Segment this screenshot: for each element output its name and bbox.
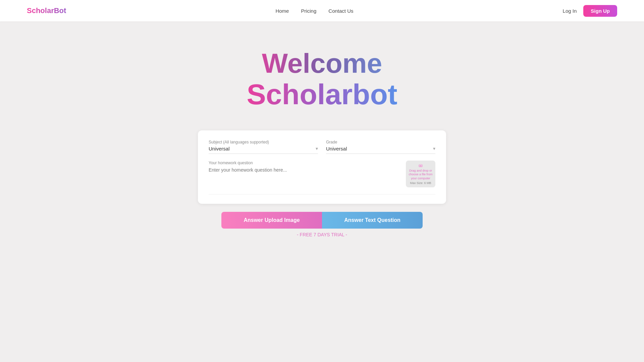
grade-select[interactable]: Universal ▾	[326, 146, 435, 154]
signup-button[interactable]: Sign Up	[583, 5, 617, 17]
subject-grade-row: Subject (All languages supported) Univer…	[209, 140, 435, 154]
navbar-right: Log In Sign Up	[563, 5, 617, 17]
hero-section: Welcome Scholarbot	[247, 48, 397, 110]
upload-icon	[415, 163, 426, 168]
subject-field: Subject (All languages supported) Univer…	[209, 140, 318, 154]
answer-text-button[interactable]: Answer Text Question	[322, 212, 423, 229]
form-card: Subject (All languages supported) Univer…	[198, 130, 446, 204]
trial-label: - FREE 7 DAYS TRIAL -	[297, 232, 347, 237]
subject-select[interactable]: Universal ▾	[209, 146, 318, 154]
nav-contact[interactable]: Contact Us	[328, 8, 353, 14]
subject-value: Universal	[209, 146, 230, 152]
buttons-area: Answer Upload Image Answer Text Question…	[221, 212, 423, 237]
upload-text: Drag and drop or choose a file from your…	[409, 169, 433, 181]
brand-logo[interactable]: ScholarBot	[27, 6, 66, 15]
answer-upload-button[interactable]: Answer Upload Image	[221, 212, 322, 229]
upload-box[interactable]: Drag and drop or choose a file from your…	[406, 161, 435, 187]
nav-links: Home Pricing Contact Us	[275, 8, 353, 14]
login-link[interactable]: Log In	[563, 8, 577, 14]
question-textarea[interactable]	[209, 167, 400, 187]
upload-max-size: Max Size: 6 MB	[410, 181, 431, 185]
main-content: Welcome Scholarbot Subject (All language…	[0, 21, 644, 237]
nav-pricing[interactable]: Pricing	[301, 8, 316, 14]
question-input-area: Your homework question	[209, 161, 400, 189]
hero-welcome-text: Welcome	[247, 48, 397, 78]
action-buttons-row: Answer Upload Image Answer Text Question	[221, 212, 423, 229]
grade-field: Grade Universal ▾	[326, 140, 435, 154]
subject-chevron-icon: ▾	[316, 146, 318, 151]
grade-value: Universal	[326, 146, 347, 152]
hero-scholarbot-text: Scholarbot	[247, 78, 397, 110]
question-label: Your homework question	[209, 161, 400, 165]
grade-label: Grade	[326, 140, 435, 144]
nav-home[interactable]: Home	[275, 8, 289, 14]
question-section: Your homework question Drag and drop or …	[209, 161, 435, 194]
grade-chevron-icon: ▾	[433, 146, 435, 151]
navbar: ScholarBot Home Pricing Contact Us Log I…	[0, 0, 644, 21]
subject-label: Subject (All languages supported)	[209, 140, 318, 144]
